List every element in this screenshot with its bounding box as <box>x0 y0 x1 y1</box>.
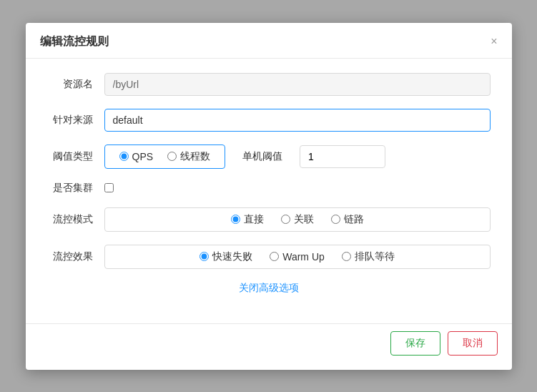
resource-label: 资源名 <box>47 78 104 91</box>
related-label: 关联 <box>294 213 314 226</box>
source-input[interactable] <box>104 109 491 132</box>
flow-effect-radio-group: 快速失败 Warm Up 排队等待 <box>104 245 491 269</box>
threshold-type-radio-group: QPS 线程数 <box>104 144 226 169</box>
source-row: 针对来源 <box>47 109 491 132</box>
dialog-overlay: 编辑流控规则 × 资源名 针对来源 阈值类型 <box>0 0 537 392</box>
resource-control <box>104 73 491 96</box>
warm-up-radio-label[interactable]: Warm Up <box>270 251 325 263</box>
related-radio-label[interactable]: 关联 <box>281 213 314 226</box>
warm-up-label: Warm Up <box>282 251 325 263</box>
fast-fail-radio-label[interactable]: 快速失败 <box>199 250 252 263</box>
qps-radio-label[interactable]: QPS <box>119 151 154 162</box>
direct-radio[interactable] <box>231 215 240 224</box>
queue-label: 排队等待 <box>355 250 395 263</box>
fast-fail-radio[interactable] <box>199 252 209 261</box>
qps-label: QPS <box>132 151 154 162</box>
source-control <box>104 109 491 132</box>
threshold-type-control: QPS 线程数 单机阈值 <box>104 144 491 169</box>
chain-label: 链路 <box>344 213 364 226</box>
direct-label: 直接 <box>244 213 264 226</box>
flow-effect-row: 流控效果 快速失败 Warm Up 排队等待 <box>47 245 491 269</box>
cluster-control <box>104 183 491 192</box>
chain-radio[interactable] <box>331 215 340 224</box>
fast-fail-label: 快速失败 <box>212 250 252 263</box>
threads-radio[interactable] <box>167 152 177 161</box>
flow-mode-row: 流控模式 直接 关联 链路 <box>47 207 491 232</box>
close-button[interactable]: × <box>491 36 497 47</box>
flow-effect-control: 快速失败 Warm Up 排队等待 <box>104 245 491 269</box>
warm-up-radio[interactable] <box>270 252 279 261</box>
cluster-row: 是否集群 <box>47 182 491 195</box>
cluster-checkbox-label[interactable] <box>104 183 491 192</box>
flow-mode-radio-group: 直接 关联 链路 <box>104 207 491 232</box>
edit-dialog: 编辑流控规则 × 资源名 针对来源 阈值类型 <box>26 23 512 370</box>
collapse-advanced-link[interactable]: 关闭高级选项 <box>47 282 491 295</box>
threads-radio-label[interactable]: 线程数 <box>167 150 210 163</box>
threshold-type-label: 阈值类型 <box>47 150 104 163</box>
dialog-title: 编辑流控规则 <box>40 34 109 49</box>
queue-radio-label[interactable]: 排队等待 <box>342 250 395 263</box>
resource-row: 资源名 <box>47 73 491 96</box>
threads-label: 线程数 <box>180 150 210 163</box>
flow-mode-label: 流控模式 <box>47 213 104 226</box>
dialog-footer: 保存 取消 <box>26 323 512 370</box>
single-threshold-input[interactable] <box>300 145 385 168</box>
qps-radio[interactable] <box>119 152 129 161</box>
threshold-type-row: 阈值类型 QPS 线程数 单机阈 <box>47 144 491 169</box>
cluster-label: 是否集群 <box>47 182 104 195</box>
direct-radio-label[interactable]: 直接 <box>231 213 264 226</box>
footer-buttons: 保存 取消 <box>40 331 498 356</box>
dialog-body: 资源名 针对来源 阈值类型 <box>26 59 512 320</box>
flow-effect-label: 流控效果 <box>47 250 104 263</box>
cluster-checkbox[interactable] <box>104 183 114 192</box>
flow-mode-control: 直接 关联 链路 <box>104 207 491 232</box>
related-radio[interactable] <box>281 215 290 224</box>
save-button[interactable]: 保存 <box>390 331 440 356</box>
single-threshold-label: 单机阈值 <box>242 150 282 163</box>
chain-radio-label[interactable]: 链路 <box>331 213 364 226</box>
source-label: 针对来源 <box>47 114 104 127</box>
queue-radio[interactable] <box>342 252 351 261</box>
resource-input[interactable] <box>104 73 491 96</box>
cancel-button[interactable]: 取消 <box>448 331 498 356</box>
dialog-header: 编辑流控规则 × <box>26 23 512 59</box>
